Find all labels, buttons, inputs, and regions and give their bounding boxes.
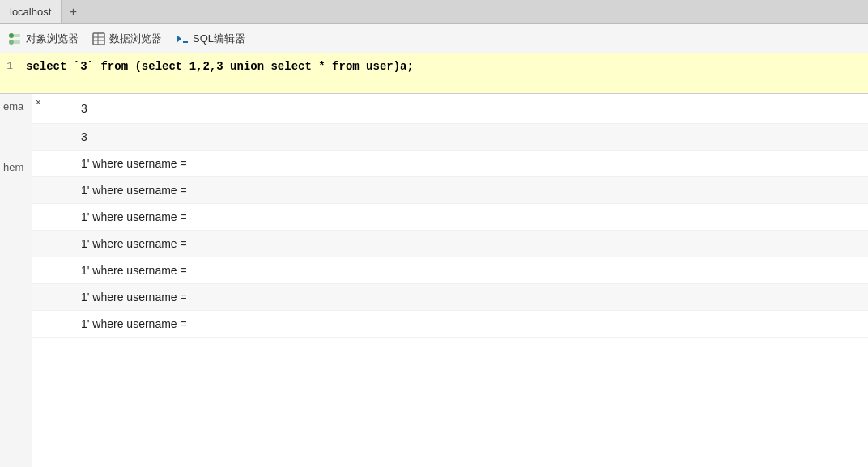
toolbar: 对象浏览器 数据浏览器 SQL编辑器	[0, 24, 868, 53]
result-cell: 1' where username =	[32, 257, 868, 284]
table-icon	[91, 32, 106, 46]
result-cell: 1' where username =	[32, 151, 868, 177]
svg-rect-1	[14, 34, 20, 37]
split-area: ema hem × 331' where username =1' where …	[0, 94, 868, 467]
tree-icon	[8, 32, 23, 46]
table-row: 1' where username =	[32, 231, 868, 257]
table-row: 1' where username =	[32, 311, 868, 338]
result-cell: 1' where username =	[32, 177, 868, 204]
svg-rect-3	[14, 40, 20, 44]
bottom-label: hem	[3, 161, 23, 173]
tab-add-button[interactable]: +	[62, 0, 84, 23]
side-labels: ema hem	[0, 94, 27, 180]
line-number: 1	[0, 57, 19, 90]
sql-icon	[175, 32, 189, 46]
sql-code[interactable]: select `3` from (select 1,2,3 union sele…	[19, 57, 868, 90]
tab-label: localhost	[10, 6, 51, 18]
svg-marker-8	[177, 35, 181, 43]
table-row: 1' where username =	[32, 177, 868, 204]
table-row: 1' where username =	[32, 284, 868, 311]
result-cell: 1' where username =	[32, 311, 868, 338]
result-cell: 1' where username =	[32, 284, 868, 311]
results-table: 331' where username =1' where username =…	[32, 94, 868, 338]
sql-editor-button[interactable]: SQL编辑器	[175, 32, 245, 46]
table-row: 1' where username =	[32, 257, 868, 284]
table-row: 1' where username =	[32, 151, 868, 177]
sql-editor-label: SQL编辑器	[193, 32, 245, 46]
tab-localhost[interactable]: localhost	[0, 0, 62, 23]
svg-point-0	[9, 33, 14, 38]
svg-point-2	[9, 40, 14, 45]
result-cell: 1' where username =	[32, 204, 868, 231]
table-row: 1' where username =	[32, 204, 868, 231]
data-browser-button[interactable]: 数据浏览器	[91, 32, 162, 46]
object-browser-button[interactable]: 对象浏览器	[8, 32, 79, 46]
table-row: 3	[32, 124, 868, 151]
svg-rect-4	[93, 33, 104, 45]
result-cell: 3	[32, 94, 868, 124]
close-results-button[interactable]: ×	[36, 97, 40, 107]
top-label: ema	[3, 100, 23, 113]
tab-bar: localhost +	[0, 0, 868, 24]
table-row: 3	[32, 94, 868, 124]
result-cell: 3	[32, 124, 868, 151]
data-browser-label: 数据浏览器	[109, 32, 162, 46]
sql-editor-panel: 1 select `3` from (select 1,2,3 union se…	[0, 53, 868, 94]
results-panel: × 331' where username =1' where username…	[32, 94, 868, 467]
result-cell: 1' where username =	[32, 231, 868, 257]
main-area: 1 select `3` from (select 1,2,3 union se…	[0, 53, 868, 467]
left-panel: ema hem	[0, 94, 32, 467]
object-browser-label: 对象浏览器	[26, 32, 79, 46]
add-icon: +	[70, 5, 77, 19]
